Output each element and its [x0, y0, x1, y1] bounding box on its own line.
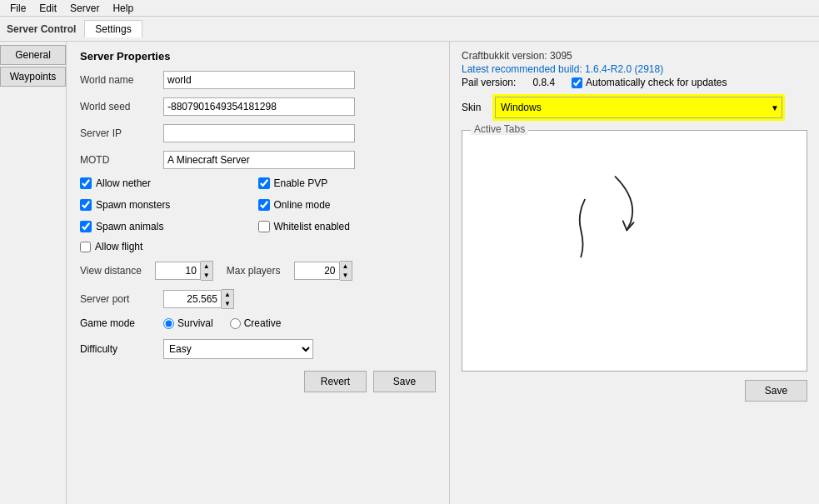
left-panel: Server Properties World name World seed …	[67, 42, 450, 504]
world-seed-row: World seed	[80, 97, 436, 116]
save-button-left[interactable]: Save	[373, 371, 436, 392]
difficulty-row: Difficulty Easy Normal Hard Peaceful	[80, 339, 436, 359]
view-distance-spinner: ▲ ▼	[155, 261, 213, 281]
server-port-arrows: ▲ ▼	[222, 289, 234, 309]
view-players-row: View distance ▲ ▼ Max players ▲ ▼	[80, 261, 436, 281]
radio-creative-input[interactable]	[230, 318, 241, 329]
gamemode-label: Game mode	[80, 317, 163, 329]
app-title: Server Control	[7, 23, 76, 35]
spawn-monsters-label: Spawn monsters	[96, 199, 170, 211]
allow-nether-label: Allow nether	[96, 177, 151, 189]
max-players-arrows: ▲ ▼	[340, 261, 352, 281]
world-name-input[interactable]	[163, 71, 355, 89]
active-tabs-box: Active Tabs	[462, 130, 807, 372]
latest-build-line: Latest recommended build: 1.6.4-R2.0 (29…	[462, 63, 807, 75]
pail-version: 0.8.4	[532, 77, 555, 88]
sidebar-btn-general[interactable]: General	[0, 45, 66, 65]
radio-survival-label: Survival	[177, 317, 213, 329]
right-save-wrap: Save	[462, 380, 807, 402]
server-ip-label: Server IP	[80, 127, 163, 139]
spawn-animals-checkbox[interactable]	[80, 221, 92, 232]
auto-check: Automatically check for updates	[572, 77, 727, 88]
enable-pvp-checkbox[interactable]	[258, 177, 270, 189]
radio-survival: Survival	[163, 317, 213, 329]
skin-label: Skin	[462, 102, 487, 113]
menu-edit[interactable]: Edit	[32, 1, 63, 16]
server-port-input[interactable]	[163, 290, 222, 308]
pail-line: Pail version: 0.8.4 Automatically check …	[462, 77, 807, 88]
tab-settings[interactable]: Settings	[84, 20, 142, 37]
skin-select-wrap: Windows Mac Linux ▼	[495, 97, 782, 118]
view-distance-arrows: ▲ ▼	[201, 261, 213, 281]
spawn-animals-item: Spawn animals	[80, 221, 258, 232]
version-info: Craftbukkit version: 3095 Latest recomme…	[462, 50, 807, 88]
max-players-down[interactable]: ▼	[340, 271, 352, 280]
spawn-monsters-checkbox[interactable]	[80, 199, 92, 211]
world-seed-input[interactable]	[163, 97, 355, 116]
pail-label: Pail version:	[462, 77, 516, 88]
auto-check-label: Automatically check for updates	[586, 77, 727, 88]
content: Server Properties World name World seed …	[67, 42, 819, 504]
max-players-label: Max players	[227, 265, 281, 277]
right-panel: Craftbukkit version: 3095 Latest recomme…	[450, 42, 819, 504]
max-players-input[interactable]	[294, 262, 340, 280]
view-distance-down[interactable]: ▼	[201, 271, 212, 280]
craftbukkit-version: 3095	[550, 50, 572, 62]
allow-nether-item: Allow nether	[80, 177, 258, 189]
active-tabs-container: Active Tabs	[462, 130, 807, 372]
skin-row: Skin Windows Mac Linux ▼	[462, 97, 807, 118]
allow-nether-checkbox[interactable]	[80, 177, 92, 189]
craftbukkit-label: Craftbukkit version:	[462, 50, 547, 62]
sidebar-btn-waypoints[interactable]: Waypoints	[0, 67, 66, 87]
max-players-spinner: ▲ ▼	[294, 261, 352, 281]
allow-flight-checkbox[interactable]	[80, 242, 91, 252]
view-distance-input[interactable]	[155, 262, 201, 280]
max-players-up[interactable]: ▲	[340, 262, 352, 271]
menu-bar: File Edit Server Help	[0, 0, 819, 17]
view-distance-label: View distance	[80, 265, 142, 277]
menu-help[interactable]: Help	[106, 1, 140, 16]
server-ip-input[interactable]	[163, 124, 355, 142]
radio-group: Survival Creative	[163, 317, 281, 329]
server-port-down[interactable]: ▼	[222, 299, 233, 308]
auto-check-checkbox[interactable]	[572, 77, 582, 88]
server-ip-row: Server IP	[80, 124, 436, 142]
latest-build-label: Latest recommended build:	[462, 63, 582, 75]
skin-select[interactable]: Windows Mac Linux	[495, 97, 782, 118]
motd-row: MOTD	[80, 151, 436, 169]
main-layout: General Waypoints Server Properties Worl…	[0, 42, 819, 504]
difficulty-label: Difficulty	[80, 343, 163, 355]
online-mode-item: Online mode	[258, 199, 437, 211]
title-bar: Server Control Settings	[0, 17, 819, 42]
difficulty-select[interactable]: Easy Normal Hard Peaceful	[163, 339, 313, 359]
world-name-row: World name	[80, 71, 436, 89]
revert-button[interactable]: Revert	[304, 371, 367, 392]
menu-server[interactable]: Server	[63, 1, 106, 16]
allow-flight-row: Allow flight	[80, 241, 436, 252]
view-distance-up[interactable]: ▲	[201, 262, 212, 271]
enable-pvp-item: Enable PVP	[258, 177, 437, 189]
world-seed-label: World seed	[80, 101, 163, 112]
motd-input[interactable]	[163, 151, 355, 169]
server-port-up[interactable]: ▲	[222, 290, 233, 299]
latest-build-value: 1.6.4-R2.0 (2918)	[585, 63, 663, 75]
enable-pvp-label: Enable PVP	[274, 177, 328, 189]
radio-survival-input[interactable]	[163, 318, 174, 329]
sidebar: General Waypoints	[0, 42, 67, 504]
whitelist-item: Whitelist enabled	[258, 221, 437, 232]
whitelist-checkbox[interactable]	[258, 221, 270, 232]
gamemode-row: Game mode Survival Creative	[80, 317, 436, 329]
checkbox-grid: Allow nether Enable PVP Spawn monsters O…	[80, 177, 436, 232]
world-name-label: World name	[80, 74, 163, 86]
menu-file[interactable]: File	[3, 1, 32, 16]
allow-flight-label: Allow flight	[95, 241, 142, 252]
spawn-animals-label: Spawn animals	[96, 221, 163, 232]
save-button-right[interactable]: Save	[745, 380, 807, 402]
motd-label: MOTD	[80, 154, 163, 166]
online-mode-label: Online mode	[274, 199, 331, 211]
server-port-spinner: ▲ ▼	[163, 289, 234, 309]
radio-creative-label: Creative	[244, 317, 282, 329]
active-tabs-title: Active Tabs	[471, 123, 528, 135]
server-port-row: Server port ▲ ▼	[80, 289, 436, 309]
online-mode-checkbox[interactable]	[258, 199, 270, 211]
